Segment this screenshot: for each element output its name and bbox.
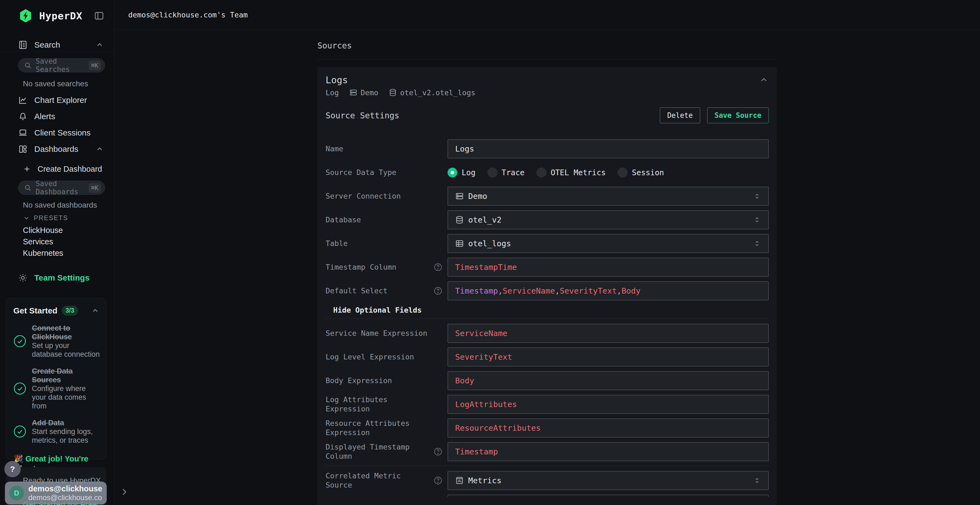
timestamp-column-row: Timestamp Column TimestampTime — [326, 258, 769, 277]
get-started-step-add-data[interactable]: Add Data Start sending logs, metrics, or… — [6, 418, 106, 445]
select-chevrons-icon — [753, 192, 761, 200]
sidebar-item-team-settings[interactable]: Team Settings — [18, 272, 104, 284]
log-attributes-expression-input[interactable]: LogAttributes — [447, 395, 769, 414]
help-icon[interactable] — [433, 447, 442, 456]
get-started-step-connect[interactable]: Connect to ClickHouse Set up your databa… — [6, 324, 106, 359]
sidebar-item-chart-explorer[interactable]: Chart Explorer — [18, 94, 104, 106]
default-select-row: Default Select Timestamp,ServiceName,Sev… — [326, 281, 769, 300]
timestamp-column-input[interactable]: TimestampTime — [447, 258, 769, 277]
laptop-icon — [18, 128, 28, 138]
brand-row: HyperDX — [18, 8, 105, 24]
create-dashboard-button[interactable]: Create Dashboard — [23, 163, 104, 175]
chevron-down-icon — [23, 214, 30, 221]
sidebar-item-label: Alerts — [34, 112, 55, 121]
search-icon — [24, 184, 32, 192]
log-level-expression-input[interactable]: SeverityText — [447, 348, 769, 367]
check-circle-icon — [13, 381, 27, 395]
get-started-title: Get Started — [13, 306, 57, 315]
sidebar-item-dashboards[interactable]: Dashboards — [18, 143, 104, 156]
radio-session[interactable]: Session — [618, 168, 664, 178]
preset-item-clickhouse[interactable]: ClickHouse — [23, 225, 63, 236]
table-row: Table otel_logs — [326, 234, 769, 253]
step-title: Create Data Sources — [32, 367, 73, 384]
presets-label: PRESETS — [34, 214, 68, 222]
sidebar-collapse-icon[interactable] — [93, 10, 105, 22]
name-row: Name Logs — [326, 139, 769, 158]
preset-item-kubernetes[interactable]: Kubernetes — [23, 248, 63, 259]
body-expression-input[interactable]: Body — [447, 371, 769, 390]
chevron-up-icon[interactable] — [95, 41, 104, 49]
radio-dot — [618, 168, 627, 178]
database-icon — [455, 216, 464, 224]
sidebar-item-alerts[interactable]: Alerts — [18, 110, 104, 123]
select-chevrons-icon — [753, 476, 761, 484]
bell-icon — [18, 111, 28, 121]
radio-trace[interactable]: Trace — [488, 168, 525, 178]
section-divider — [317, 59, 777, 59]
chevron-right-icon[interactable] — [119, 486, 130, 497]
saved-dashboards-input[interactable]: Saved Dashboards ⌘K — [18, 181, 105, 195]
preset-item-services[interactable]: Services — [23, 236, 53, 247]
progress-badge: 3/3 — [62, 306, 78, 316]
source-settings-title: Source Settings — [326, 111, 399, 120]
correlated-metric-source-select[interactable]: Metrics — [447, 471, 769, 490]
source-data-type-radio-group: Log Trace OTEL Metrics Session — [447, 168, 664, 178]
table-icon — [455, 239, 464, 248]
get-started-panel: Get Started 3/3 Connect to ClickHouse Se… — [6, 298, 106, 459]
displayed-timestamp-column-input[interactable]: Timestamp — [447, 442, 769, 461]
delete-button[interactable]: Delete — [660, 108, 700, 123]
chevron-up-icon[interactable] — [95, 145, 104, 153]
radio-dot — [447, 168, 457, 178]
field-label: Body Expression — [326, 376, 447, 385]
page-title: Sources — [317, 41, 352, 50]
displayed-timestamp-column-row: Displayed Timestamp Column Timestamp — [326, 442, 769, 461]
resource-attributes-expression-input[interactable]: ResourceAttributes — [447, 418, 769, 438]
preset-label: ClickHouse — [23, 226, 63, 235]
get-started-header[interactable]: Get Started 3/3 — [13, 306, 99, 316]
saved-searches-input[interactable]: Saved Searches ⌘K — [18, 58, 105, 72]
help-icon[interactable] — [433, 476, 442, 485]
sidebar-item-client-sessions[interactable]: Client Sessions — [18, 127, 104, 139]
hide-optional-fields-link[interactable]: Hide Optional Fields — [333, 305, 422, 315]
log-attributes-expression-row: Log Attributes Expression LogAttributes — [326, 395, 769, 414]
radio-dot — [488, 168, 497, 178]
help-button[interactable]: ? — [4, 461, 21, 477]
gear-icon — [18, 273, 28, 283]
default-select-input[interactable]: Timestamp,ServiceName,SeverityText,Body — [447, 281, 769, 300]
field-label: Service Name Expression — [326, 329, 447, 338]
resource-attributes-expression-row: Resource Attributes Expression ResourceA… — [326, 418, 769, 438]
name-input[interactable]: Logs — [447, 139, 769, 158]
step-desc: Configure where your data comes from — [32, 384, 86, 410]
topbar: demos@clickhouse.com's Team — [115, 0, 980, 30]
save-source-button[interactable]: Save Source — [707, 108, 769, 123]
radio-log[interactable]: Log — [447, 168, 476, 178]
create-dashboard-label: Create Dashboard — [38, 165, 102, 173]
field-label: Log Level Expression — [326, 353, 447, 362]
team-settings-label: Team Settings — [34, 273, 89, 283]
sidebar-item-search[interactable]: Search — [18, 39, 104, 51]
user-name: demos@clickhouse.com — [28, 484, 102, 493]
help-icon[interactable] — [433, 286, 442, 295]
collapse-card-chevron-up-icon[interactable] — [759, 75, 769, 85]
source-data-type-row: Source Data Type Log Trace OTEL Metrics … — [326, 163, 769, 182]
server-connection-row: Server Connection Demo — [326, 187, 769, 206]
database-select[interactable]: otel_v2 — [447, 210, 769, 229]
step-title: Connect to ClickHouse — [32, 324, 72, 341]
chevron-up-icon[interactable] — [91, 306, 99, 315]
select-chevrons-icon — [753, 240, 761, 248]
get-started-step-sources[interactable]: Create Data Sources Configure where your… — [6, 367, 106, 410]
user-menu[interactable]: D demos@clickhouse.com demos@clickhouse.… — [5, 481, 107, 505]
help-icon[interactable] — [433, 262, 442, 272]
saved-searches-placeholder: Saved Searches — [36, 57, 85, 73]
presets-toggle[interactable]: PRESETS — [23, 213, 68, 223]
shortcut-badge: ⌘K — [89, 61, 101, 70]
radio-otel-metrics[interactable]: OTEL Metrics — [536, 168, 606, 178]
hyperdx-logo-icon — [18, 8, 33, 24]
server-connection-select[interactable]: Demo — [447, 187, 769, 206]
search-icon — [24, 61, 32, 69]
service-name-expression-input[interactable]: ServiceName — [447, 324, 769, 343]
form-divider — [326, 466, 769, 466]
source-type-tag: Log — [326, 89, 339, 97]
connection-tag: Demo — [349, 89, 379, 97]
table-select[interactable]: otel_logs — [447, 234, 769, 253]
